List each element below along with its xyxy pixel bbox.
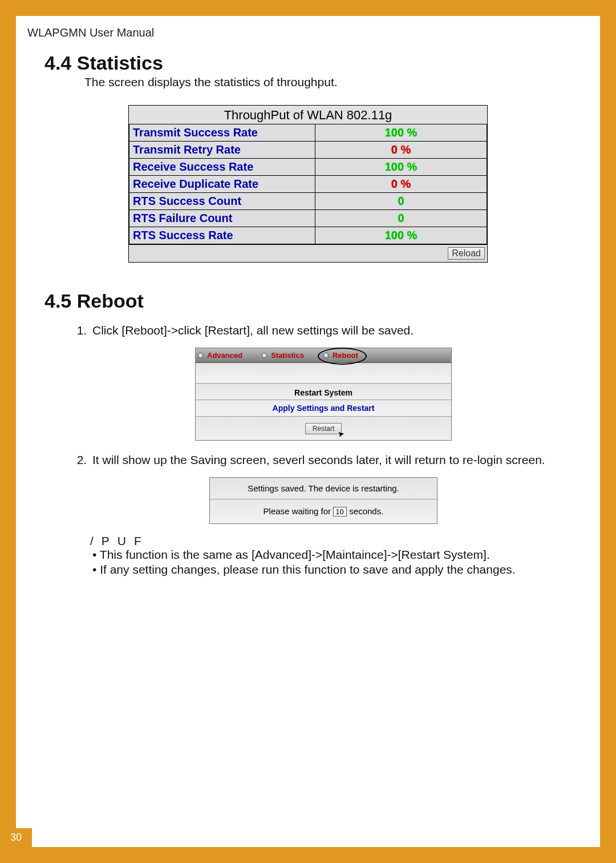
manual-page: WLAPGMN User Manual 4.4 Statistics The s… xyxy=(16,16,600,847)
step-2-text: It will show up the Saving screen, sever… xyxy=(92,453,545,466)
saving-prefix: Please waiting for xyxy=(264,506,331,516)
page-number: 30 xyxy=(0,828,32,847)
throughput-table: ThroughPut of WLAN 802.11g Transmit Succ… xyxy=(128,105,488,263)
bullet-icon xyxy=(262,353,268,358)
blank-strip xyxy=(196,363,451,384)
table-row: Transmit Retry Rate0 % xyxy=(129,142,487,159)
stat-label: Transmit Success Rate xyxy=(129,124,315,142)
table-row: Receive Duplicate Rate0 % xyxy=(129,176,487,193)
throughput-rows: Transmit Success Rate100 %Transmit Retry… xyxy=(129,124,487,244)
apply-settings-text: Apply Settings and Restart xyxy=(196,400,451,417)
reboot-steps: Click [Reboot]->click [Restart], all new… xyxy=(90,324,554,524)
reload-button[interactable]: Reload xyxy=(448,247,485,260)
reload-row: Reload xyxy=(129,244,487,262)
stat-value: 0 xyxy=(315,193,487,210)
saving-line-1: Settings saved. The device is restarting… xyxy=(210,478,437,499)
tab-reboot[interactable]: Reboot xyxy=(323,351,358,360)
saving-line-2: Please waiting for 10 seconds. xyxy=(210,499,437,523)
table-row: Transmit Success Rate100 % xyxy=(129,124,487,142)
stat-label: RTS Success Count xyxy=(129,193,315,210)
stat-value: 100 % xyxy=(315,124,487,142)
bullet-icon xyxy=(198,353,204,358)
tab-advanced[interactable]: Advanced xyxy=(198,351,242,360)
cursor-icon: ➤ xyxy=(337,429,346,439)
doc-header: WLAPGMN User Manual xyxy=(27,26,566,39)
section-4-5-heading: 4.5 Reboot xyxy=(44,290,566,312)
saving-suffix: seconds. xyxy=(349,506,383,516)
stat-label: RTS Success Rate xyxy=(129,227,315,244)
restart-button-row: Restart ➤ xyxy=(196,417,451,440)
restart-button[interactable]: Restart ➤ xyxy=(305,423,342,434)
saving-screenshot: Settings saved. The device is restarting… xyxy=(209,477,437,524)
stat-value: 100 % xyxy=(315,159,487,176)
table-row: RTS Success Rate100 % xyxy=(129,227,487,244)
reboot-screenshot: Advanced Statistics Reboot Restart Syste… xyxy=(195,348,452,441)
bullet-icon xyxy=(323,353,329,358)
section-4-4-heading: 4.4 Statistics xyxy=(44,52,566,74)
stat-label: Transmit Retry Rate xyxy=(129,142,315,159)
notes-list: This function is the same as [Advanced]-… xyxy=(92,548,549,576)
stat-label: Receive Duplicate Rate xyxy=(129,176,315,193)
note-2: If any setting changes, please run this … xyxy=(92,563,549,576)
tab-statistics[interactable]: Statistics xyxy=(262,351,304,360)
step-2: It will show up the Saving screen, sever… xyxy=(90,453,554,524)
table-row: RTS Success Count0 xyxy=(129,193,487,210)
stat-label: Receive Success Rate xyxy=(129,159,315,176)
countdown-box: 10 xyxy=(333,507,347,517)
table-row: Receive Success Rate100 % xyxy=(129,159,487,176)
stat-value: 0 % xyxy=(315,142,487,159)
stat-value: 0 xyxy=(315,210,487,227)
section-4-4-intro: The screen displays the statistics of th… xyxy=(84,75,566,89)
throughput-title: ThroughPut of WLAN 802.11g xyxy=(129,106,487,124)
stat-label: RTS Failure Count xyxy=(129,210,315,227)
stat-value: 100 % xyxy=(315,227,487,244)
stat-value: 0 % xyxy=(315,176,487,193)
tab-bar: Advanced Statistics Reboot xyxy=(196,348,451,363)
notes-heading: /PUF xyxy=(90,534,566,548)
step-1-text: Click [Reboot]->click [Restart], all new… xyxy=(92,324,414,337)
step-1: Click [Reboot]->click [Restart], all new… xyxy=(90,324,554,441)
restart-system-title: Restart System xyxy=(196,384,451,400)
note-1: This function is the same as [Advanced]-… xyxy=(92,548,549,562)
table-row: RTS Failure Count0 xyxy=(129,210,487,227)
